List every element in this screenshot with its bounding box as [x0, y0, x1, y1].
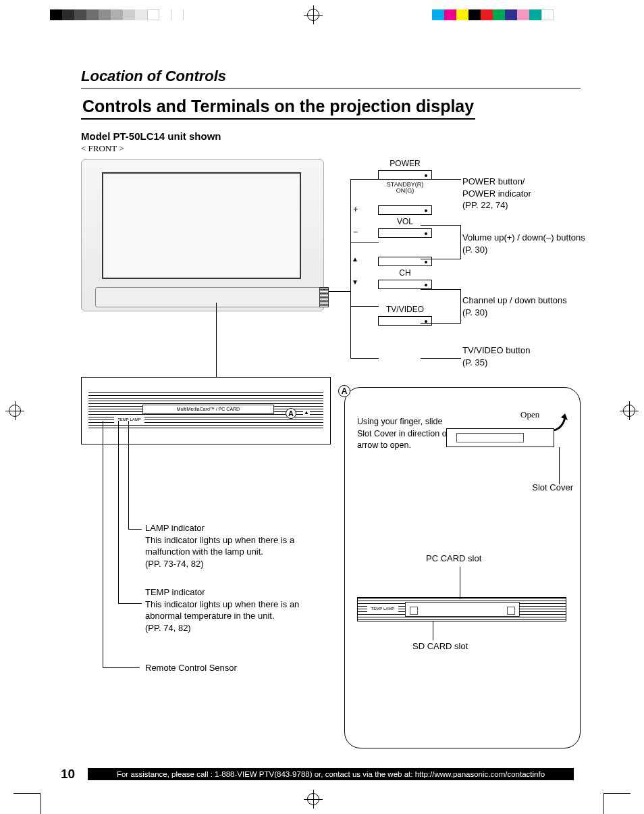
registration-mark: [304, 5, 323, 24]
crop-mark: [41, 794, 41, 814]
model-line: Model PT-50LC14 unit shown: [81, 130, 581, 142]
power-button-diagram: [378, 170, 432, 180]
reference-a-marker: A: [286, 408, 296, 419]
crop-mark: [603, 793, 630, 794]
open-word: Open: [520, 409, 539, 420]
tv-front-illustration: [81, 159, 324, 311]
control-button-column: POWER STANDBY(R)ON(G) + VOL − ▲ CH: [361, 157, 449, 328]
slot-open-instruction: Using your finger, slide Slot Cover in d…: [357, 416, 452, 452]
remote-sensor-callout: Remote Control Sensor: [145, 662, 334, 674]
slot-cover-diagram: Open: [446, 408, 568, 462]
tvvideo-callout: TV/VIDEO button(P. 35): [462, 345, 591, 368]
card-slot-strip: MultiMediaCard™ / PC CARD: [142, 405, 274, 414]
tvvideo-button-diagram: [378, 316, 432, 326]
sd-card-label: SD CARD slot: [412, 641, 493, 651]
minus-symbol: −: [353, 227, 358, 237]
front-label: < FRONT >: [81, 143, 581, 154]
channel-callout: Channel up / down buttons(P. 30): [462, 295, 591, 318]
volume-callout: Volume up(+) / down(–) buttons(P. 30): [462, 232, 591, 255]
reference-a-marker: A: [338, 385, 350, 397]
registration-mark: [304, 790, 323, 809]
crop-mark: [14, 793, 41, 794]
power-callout: POWER button/POWER indicator(PP. 22, 74): [462, 176, 591, 211]
up-arrow-icon: ▲: [352, 255, 358, 263]
assistance-footer: For assistance, please call : 1-888-VIEW…: [88, 768, 574, 780]
slot-cover-label: Slot Cover: [532, 482, 573, 492]
registration-mark: [620, 401, 639, 420]
page-number: 10: [61, 767, 75, 782]
panel-a-detail-box: A Using your finger, slide Slot Cover in…: [344, 387, 581, 748]
standby-label: STANDBY(R)ON(G): [361, 182, 449, 194]
ch-label: CH: [361, 268, 449, 278]
plus-symbol: +: [353, 204, 358, 214]
registration-mark: [5, 401, 24, 420]
down-arrow-icon: ▼: [352, 278, 358, 286]
section-title: Location of Controls: [81, 68, 581, 88]
lamp-callout: LAMP indicatorThis indicator lights up w…: [145, 522, 334, 569]
vol-down-button-diagram: [378, 228, 432, 238]
power-label: POWER: [361, 159, 449, 168]
pc-card-label: PC CARD slot: [426, 553, 507, 563]
ch-down-button-diagram: [378, 280, 432, 289]
card-slot-open-diagram: TEMP LAMP: [357, 597, 566, 621]
crop-mark: [603, 794, 603, 814]
vol-up-button-diagram: [378, 205, 432, 215]
main-title: Controls and Terminals on the projection…: [81, 97, 475, 120]
temp-callout: TEMP indicatorThis indicator lights up w…: [145, 586, 334, 634]
eject-icon: ▲: [303, 409, 310, 416]
